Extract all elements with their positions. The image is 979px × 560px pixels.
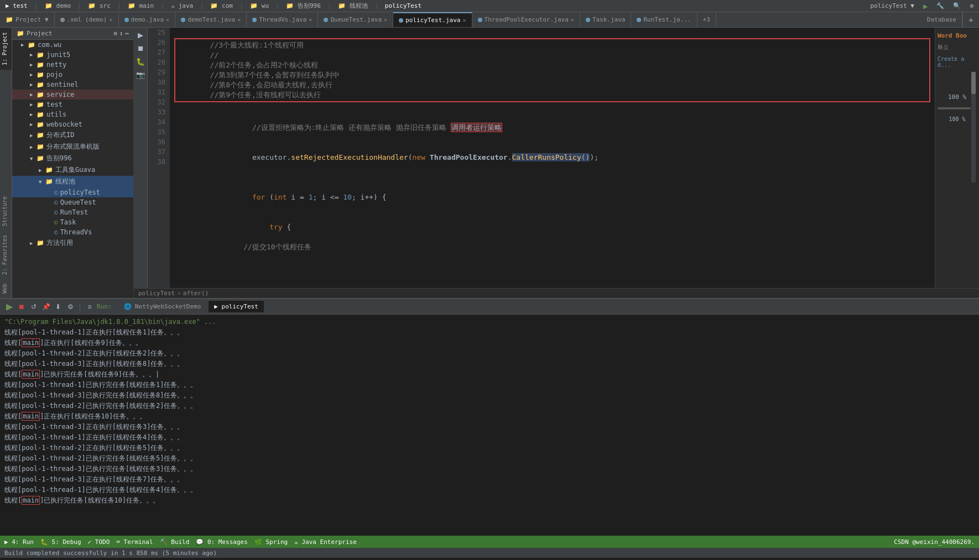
tree-distributed-limit[interactable]: ▶ 📁 分布式限流单机版: [12, 141, 133, 153]
tree-guava[interactable]: ▶ 📁 工具集Guava: [12, 164, 133, 176]
vtab-project[interactable]: 1: Project: [0, 28, 12, 70]
status-spring[interactable]: 🌿 Spring: [254, 538, 288, 546]
tree-arrow-996: ▼: [30, 156, 37, 161]
zoom-slider[interactable]: [938, 107, 971, 109]
top-bar-996[interactable]: 📁 告别996: [284, 2, 323, 10]
status-todo[interactable]: ✓ TODO: [88, 538, 110, 546]
tab-demo[interactable]: demo.java ✕: [119, 12, 176, 27]
run-button-top[interactable]: ▶: [921, 2, 930, 11]
tree-comwu[interactable]: ▶ 📁 com.wu: [12, 40, 133, 50]
code-line-30: //第8个任务,会启动最大线程,去执行: [175, 80, 929, 90]
breadcrumb-method[interactable]: after(): [183, 290, 209, 297]
scrollbar-track: [971, 72, 976, 182]
top-bar-com[interactable]: 📁 com: [208, 2, 235, 9]
settings-bottom-btn[interactable]: ⚙: [65, 302, 75, 312]
vtab-web[interactable]: Web: [0, 279, 12, 298]
breadcrumb-file[interactable]: policyTest: [138, 290, 175, 297]
top-bar-src[interactable]: 📁 src: [86, 2, 113, 9]
vtab-structure[interactable]: Structure: [0, 192, 12, 231]
top-bar-wu[interactable]: 📁 wu: [248, 2, 271, 9]
tree-test[interactable]: ▶ 📁 test: [12, 100, 133, 109]
console-line-13: 线程[pool-1-thread-2]已执行完任务[线程任务5]任务。。。: [4, 453, 975, 464]
stop-bottom-btn[interactable]: ⏹: [17, 302, 27, 312]
tab-database[interactable]: Database: [921, 12, 962, 27]
console-line-12: 线程[pool-1-thread-2]正在执行[线程任务5]任务。。。: [4, 443, 975, 453]
tree-queuetest[interactable]: © QueueTest: [12, 197, 133, 207]
tree-996[interactable]: ▼ 📁 告别996: [12, 153, 133, 164]
tree-policytest[interactable]: © policyTest: [12, 187, 133, 197]
folder-icon-pojo: 📁: [37, 71, 44, 78]
tree-utils[interactable]: ▶ 📁 utils: [12, 109, 133, 119]
status-debug[interactable]: 🐛 5: Debug: [40, 538, 81, 546]
tab-demotest[interactable]: demoTest.java ✕: [175, 12, 247, 27]
pin-bottom-btn[interactable]: 📌: [41, 302, 51, 312]
tab-threadvs[interactable]: ThreadVs.java ✕: [247, 12, 318, 27]
tree-netty[interactable]: ▶ 📁 netty: [12, 60, 133, 70]
file-icon-queuetest: ©: [54, 199, 58, 206]
top-bar-java[interactable]: ☕ java: [169, 2, 195, 9]
tab-policytest[interactable]: policyTest.java ✕: [393, 12, 472, 27]
console-line-5: 线程[main]已执行完任务[线程任务9]任务。。。|: [4, 369, 975, 380]
tab-runtest[interactable]: RunTest.ja...: [631, 12, 697, 27]
tree-distributed-id[interactable]: ▶ 📁 分布式ID: [12, 129, 133, 141]
tab-threadpoolexecutor[interactable]: ThreadPoolExecutor.java ✕: [472, 12, 580, 27]
status-terminal[interactable]: ⌨ Terminal: [116, 538, 153, 546]
code-editor[interactable]: //3个最大线程:1个线程可用 // //前2个任务,会占用2个核心线程 //第…: [170, 28, 935, 288]
bottom-tab-netty[interactable]: 🌐 NettyWebSocketDemo: [118, 301, 207, 312]
status-build[interactable]: 🔨 Build: [160, 538, 190, 546]
status-messages[interactable]: 💬 0: Messages: [196, 538, 247, 546]
console-line-11: 线程[pool-1-thread-1]正在执行[线程任务4]任务。。。: [4, 432, 975, 443]
vtab-favorites[interactable]: 2: Favorites: [0, 231, 12, 279]
tree-websocket[interactable]: ▶ 📁 websocket: [12, 119, 133, 129]
tree-junit5[interactable]: ▶ 📁 junit5: [12, 50, 133, 60]
tree-arrow-guava: ▶: [39, 168, 45, 173]
camera-action-btn[interactable]: 📷: [136, 70, 145, 80]
top-bar-run-config[interactable]: policyTest ▼: [868, 2, 916, 9]
top-bar-thread[interactable]: 📁 线程池: [336, 2, 370, 10]
tree-method-ref[interactable]: ▶ 📁 方法引用: [12, 237, 133, 249]
run-action-btn[interactable]: ▶: [136, 30, 145, 40]
status-run[interactable]: ▶ 4: Run: [4, 538, 34, 546]
run-bottom-btn[interactable]: ▶: [4, 302, 14, 312]
build-status-bar: Build completed successfully in 1 s 858 …: [0, 548, 979, 558]
tab-project[interactable]: 📁 Project ▼: [0, 12, 55, 27]
tab-xml[interactable]: .xml (demo) ✕: [55, 12, 119, 27]
format-btn[interactable]: ≡: [85, 302, 95, 312]
left-action-bar: ▶ ⏹ 🐛 📷: [134, 28, 148, 288]
create-link[interactable]: Create a d...: [938, 56, 977, 68]
tree-sentinel[interactable]: ▶ 📁 sentinel: [12, 80, 133, 90]
scroll-to-end-btn[interactable]: ⬇: [53, 302, 63, 312]
stop-action-btn[interactable]: ⏹: [136, 43, 145, 53]
tree-task[interactable]: © Task: [12, 217, 133, 227]
status-java-enterprise[interactable]: ☕ Java Enterprise: [294, 538, 357, 546]
tab-dot-queuetest: [324, 18, 328, 22]
tree-threadvs[interactable]: © ThreadVs: [12, 227, 133, 237]
tree-threadpool[interactable]: ▼ 📁 线程池: [12, 176, 133, 187]
tab-more[interactable]: +3: [697, 12, 716, 27]
debug-action-btn[interactable]: 🐛: [136, 56, 145, 66]
sidebar-header: 📁 Project ⚙ ↕ ↔: [12, 28, 133, 40]
sidebar-sync-icon[interactable]: ↕: [119, 30, 123, 37]
code-line-29: //第3到第7个任务,会暂存到任务队列中: [175, 70, 929, 80]
build-button[interactable]: 🔧: [934, 2, 946, 9]
top-bar-demo[interactable]: 📁 demo: [43, 2, 73, 9]
top-bar-test[interactable]: ▶ test: [3, 2, 30, 9]
rerun-bottom-btn[interactable]: ↺: [29, 302, 39, 312]
tab-queuetest[interactable]: QueueTest.java ✕: [318, 12, 393, 27]
folder-icon-netty: 📁: [37, 61, 44, 69]
new-tab-button[interactable]: +: [962, 12, 979, 27]
bottom-tab-policy[interactable]: ▶ policyTest: [209, 301, 263, 312]
tree-runtest[interactable]: © RunTest: [12, 207, 133, 217]
tab-task[interactable]: Task.java: [580, 12, 632, 27]
top-bar-policy[interactable]: policyTest: [383, 2, 424, 9]
tab-dot-runtest: [637, 18, 641, 22]
tree-service[interactable]: ▶ 📁 service: [12, 90, 133, 100]
tree-pojo[interactable]: ▶ 📁 pojo: [12, 70, 133, 80]
tab-dot-task: [586, 18, 590, 22]
search-button[interactable]: 🔍: [951, 2, 963, 9]
scrollbar-thumb[interactable]: [971, 72, 976, 94]
top-bar-main[interactable]: 📁 main: [126, 2, 156, 9]
sidebar-gear-icon[interactable]: ⚙: [113, 30, 117, 37]
settings-button[interactable]: ⚙: [967, 2, 976, 9]
sidebar-expand-icon[interactable]: ↔: [125, 30, 129, 37]
